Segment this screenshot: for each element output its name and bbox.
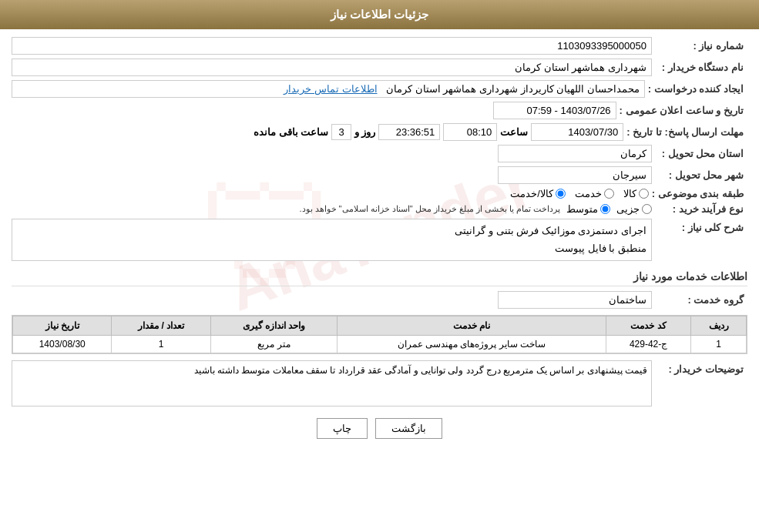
deadline-remaining-days-value: 3 <box>331 124 351 140</box>
cell-unit: متر مربع <box>210 335 337 353</box>
deadline-date: 1403/07/30 <box>531 123 623 141</box>
service-group-label: گروه خدمت : <box>655 294 747 306</box>
deadline-time-label: ساعت <box>500 126 528 138</box>
category-option-khadamat[interactable]: خدمت <box>575 188 614 199</box>
table-row: 1 ج-42-429 ساخت سایر پروژه‌های مهندسی عم… <box>13 335 747 353</box>
deadline-time: 08:10 <box>443 123 497 141</box>
buttons-row: بازگشت چاپ <box>12 418 747 439</box>
cell-date: 1403/08/30 <box>13 335 112 353</box>
col-header-name: نام خدمت <box>338 316 606 335</box>
buyer-org-value: شهرداری هماشهر استان کرمان <box>12 59 652 76</box>
col-header-qty: تعداد / مقدار <box>112 316 210 335</box>
header-title: جزئیات اطلاعات نیاز <box>331 8 428 21</box>
category-option-kala[interactable]: کالا <box>623 188 649 199</box>
request-number-label: شماره نیاز : <box>655 40 747 52</box>
description-label: شرح کلی نیاز : <box>655 222 747 233</box>
deadline-remaining-time-value: 23:36:51 <box>378 124 440 140</box>
creator-label: ایجاد کننده درخواست : <box>648 83 747 95</box>
announce-date-label: تاریخ و ساعت اعلان عمومی : <box>620 105 747 116</box>
deadline-remaining-label-time: ساعت باقی مانده <box>254 126 328 138</box>
category-label: طبقه بندی موضوعی : <box>652 188 747 199</box>
buyer-notes-textarea[interactable]: قیمت پیشنهادی بر اساس یک مترمربع درج گرد… <box>12 360 652 407</box>
purchase-type-label: نوع فرآیند خرید : <box>655 203 747 215</box>
print-button[interactable]: چاپ <box>317 418 368 439</box>
services-section-title: اطلاعات خدمات مورد نیاز <box>12 270 747 286</box>
page-header: جزئیات اطلاعات نیاز <box>0 0 759 29</box>
creator-contact-link[interactable]: اطلاعات تماس خریدار <box>284 83 377 95</box>
description-value: اجرای دستمزدی موزائیک فرش بتنی و گرانیتی… <box>12 219 652 261</box>
category-radio-group: کالا خدمت کالا/خدمت <box>510 188 649 199</box>
city-label: شهر محل تحویل : <box>655 169 747 181</box>
purchase-type-jazee[interactable]: جزیی <box>616 203 652 215</box>
buyer-notes-label: توضیحات خریدار : <box>655 363 747 375</box>
request-number-value: 1103093395000050 <box>12 37 652 55</box>
category-option-kala-khadamat[interactable]: کالا/خدمت <box>510 188 566 199</box>
purchase-type-motavaset[interactable]: متوسط <box>566 203 610 215</box>
cell-qty: 1 <box>112 335 210 353</box>
cell-row: 1 <box>691 335 747 353</box>
col-header-unit: واحد اندازه گیری <box>210 316 337 335</box>
col-header-code: کد خدمت <box>606 316 691 335</box>
deadline-label: مهلت ارسال پاسخ: تا تاریخ : <box>626 126 747 138</box>
city-value: سیرجان <box>498 166 652 184</box>
services-table-container: ردیف کد خدمت نام خدمت واحد اندازه گیری ت… <box>12 315 747 354</box>
purchase-type-notice: پرداخت تمام یا بخشی از مبلغ خریداز محل "… <box>299 204 560 214</box>
cell-code: ج-42-429 <box>606 335 691 353</box>
creator-value: محمداحسان اللهیان کاریرداز شهرداری هماشه… <box>12 80 645 98</box>
cell-name: ساخت سایر پروژه‌های مهندسی عمران <box>338 335 606 353</box>
service-group-value: ساختمان <box>498 291 652 309</box>
services-table: ردیف کد خدمت نام خدمت واحد اندازه گیری ت… <box>12 316 747 353</box>
col-header-row: ردیف <box>691 316 747 335</box>
back-button[interactable]: بازگشت <box>375 418 442 439</box>
province-label: استان محل تحویل : <box>655 148 747 159</box>
province-value: کرمان <box>498 145 652 162</box>
deadline-remaining-days-label: روز و <box>354 126 376 138</box>
announce-date-value: 1403/07/26 - 07:59 <box>493 102 616 119</box>
purchase-type-row: جزیی متوسط پرداخت تمام یا بخشی از مبلغ خ… <box>299 203 652 215</box>
buyer-org-label: نام دستگاه خریدار : <box>655 62 747 73</box>
col-header-date: تاریخ نیاز <box>13 316 112 335</box>
